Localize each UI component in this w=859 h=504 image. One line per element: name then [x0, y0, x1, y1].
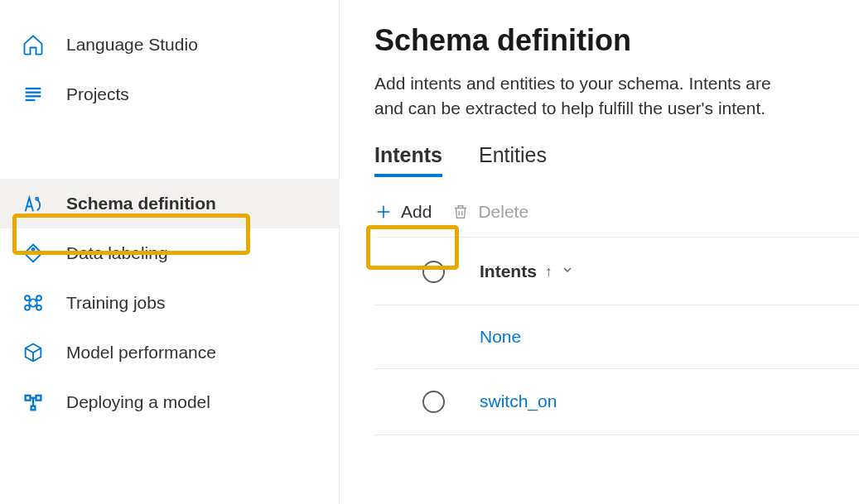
table-row[interactable]: None [374, 305, 859, 369]
intent-link[interactable]: None [480, 327, 521, 347]
schema-icon [22, 192, 45, 215]
svg-point-5 [32, 248, 35, 251]
main-content: Schema definition Add intents and entiti… [340, 0, 859, 504]
column-header-intents[interactable]: Intents ↑ [480, 262, 574, 281]
sidebar: Language Studio Projects Schema definiti… [0, 0, 340, 504]
sidebar-item-model-performance[interactable]: Model performance [0, 328, 339, 377]
sidebar-item-label: Model performance [66, 343, 216, 362]
svg-point-8 [36, 295, 41, 300]
sidebar-item-label: Projects [66, 84, 129, 104]
chevron-down-icon [561, 263, 574, 281]
svg-point-10 [36, 305, 41, 310]
deploy-icon [22, 391, 45, 414]
tab-intents[interactable]: Intents [374, 143, 442, 177]
delete-button: Delete [451, 202, 528, 222]
row-select-radio[interactable] [422, 391, 445, 413]
sidebar-item-training-jobs[interactable]: Training jobs [0, 278, 339, 328]
add-button[interactable]: Add [374, 202, 432, 222]
tabs: Intents Entities [374, 143, 859, 177]
sidebar-item-label: Schema definition [66, 194, 216, 214]
svg-rect-19 [31, 406, 36, 410]
toolbar: Add Delete [374, 202, 859, 238]
sidebar-item-deploying-model[interactable]: Deploying a model [0, 377, 339, 427]
page-description: Add intents and entities to your schema.… [374, 71, 859, 122]
tag-icon [22, 242, 45, 265]
list-icon [22, 83, 45, 106]
delete-button-label: Delete [478, 202, 528, 222]
sidebar-item-label: Data labeling [66, 243, 168, 263]
sidebar-item-language-studio[interactable]: Language Studio [0, 20, 339, 70]
sidebar-gap [0, 119, 339, 179]
sort-ascending-icon: ↑ [545, 263, 553, 281]
sidebar-item-projects[interactable]: Projects [0, 70, 339, 119]
sidebar-item-label: Training jobs [66, 293, 165, 313]
select-all-radio[interactable] [422, 261, 445, 283]
trash-icon [451, 203, 470, 221]
tab-entities[interactable]: Entities [479, 143, 547, 177]
plus-icon [374, 203, 393, 221]
sidebar-item-schema-definition[interactable]: Schema definition [0, 179, 339, 228]
svg-point-4 [36, 198, 38, 200]
home-icon [22, 33, 45, 56]
sidebar-item-label: Language Studio [66, 35, 198, 55]
page-title: Schema definition [374, 23, 859, 58]
sidebar-item-label: Deploying a model [66, 392, 210, 412]
svg-point-7 [25, 295, 30, 300]
intent-link[interactable]: switch_on [480, 391, 557, 411]
sidebar-item-data-labeling[interactable]: Data labeling [0, 228, 339, 278]
svg-rect-16 [36, 396, 41, 401]
svg-point-9 [25, 305, 30, 310]
brain-icon [22, 291, 45, 314]
svg-rect-15 [26, 396, 31, 401]
cube-icon [22, 341, 45, 364]
add-button-label: Add [401, 202, 432, 222]
table-header: Intents ↑ [374, 238, 859, 305]
table-row[interactable]: switch_on [374, 369, 859, 435]
